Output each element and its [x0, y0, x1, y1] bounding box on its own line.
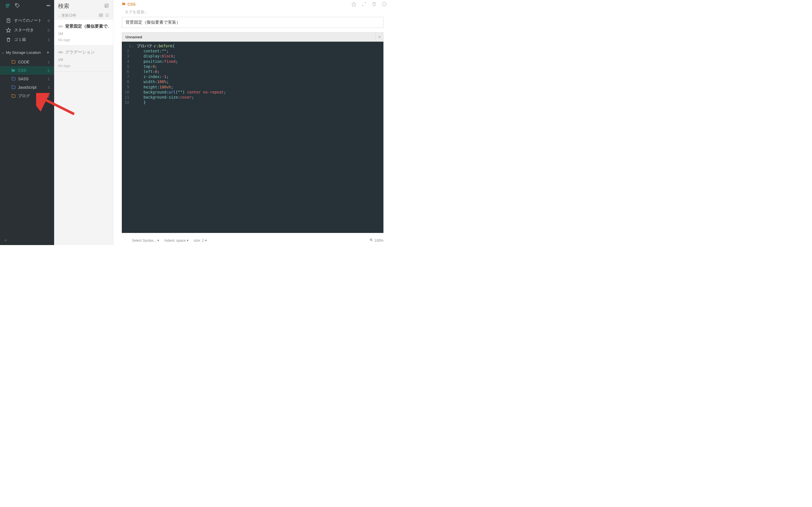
note-time: 1M — [58, 58, 109, 62]
drag-handle-icon[interactable]: ⋮⋮ — [3, 77, 9, 81]
tag-input[interactable]: タグを追加... — [113, 8, 392, 17]
indent-select[interactable]: Indent: space ▾ — [164, 238, 189, 242]
code-lines[interactable]: プロパティ:before{ content:""; display:block;… — [136, 42, 226, 233]
star-icon[interactable] — [351, 2, 356, 7]
sidebar-folder-javascript[interactable]: ⋮⋮JavaScript3 — [0, 83, 54, 92]
more-icon[interactable]: ••• — [46, 3, 50, 8]
folder-icon — [11, 60, 16, 64]
drag-handle-icon[interactable]: ⋮⋮ — [3, 69, 9, 72]
sidebar-top-bar: ••• — [0, 0, 54, 11]
star-icon — [6, 27, 11, 33]
note-card[interactable]: </>グラデーション1MNo tags — [54, 46, 113, 71]
sort-bar: ⌄ 更新日時 — [54, 11, 113, 20]
folder-icon — [11, 76, 16, 81]
note-title: 背景固定（擬似要素で… — [65, 24, 109, 29]
code-icon: </> — [58, 24, 63, 29]
note-time: 1M — [58, 32, 109, 36]
note-list-header: 検索 — [54, 0, 113, 11]
count-badge: 0 — [48, 28, 50, 33]
breadcrumb[interactable]: CSS — [122, 2, 136, 7]
svg-point-3 — [16, 4, 17, 5]
sidebar-item-all-notes[interactable]: すべてのノート 9 — [0, 16, 54, 25]
folder-list: ⋮⋮CODE1⋮⋮CSS2⋮⋮SASS1⋮⋮JavaScript3⋮⋮ブログ2 — [0, 58, 54, 101]
sidebar-item-label: すべてのノート — [14, 18, 42, 23]
sidebar-folder-code[interactable]: ⋮⋮CODE1 — [0, 58, 54, 66]
folder-icon — [122, 2, 126, 7]
drag-handle-icon[interactable]: ⋮⋮ — [3, 60, 9, 64]
count-badge: 1 — [48, 60, 50, 64]
sort-label[interactable]: 更新日時 — [61, 13, 76, 18]
svg-rect-12 — [101, 15, 103, 17]
drag-handle-icon[interactable]: ⋮⋮ — [3, 86, 9, 89]
folder-label: CSS — [18, 68, 45, 73]
svg-rect-10 — [101, 14, 103, 15]
chevron-down-icon: ⌄ — [58, 14, 60, 17]
folder-label: JavaScript — [18, 85, 45, 90]
code-icon: </> — [58, 50, 63, 54]
sidebar-folder-sass[interactable]: ⋮⋮SASS1 — [0, 75, 54, 83]
sidebar-nav: すべてのノート 9 スター付き 0 ゴミ箱 3 — [0, 16, 54, 45]
tag-icon[interactable] — [15, 3, 20, 8]
snippet-tabbar: Unnamed ＋ — [122, 33, 384, 42]
note-tags: No tags — [58, 38, 109, 42]
folder-label: SASS — [18, 76, 45, 81]
expand-icon[interactable] — [361, 2, 366, 7]
drag-handle-icon[interactable]: ⋮⋮ — [3, 94, 9, 98]
svg-line-21 — [372, 240, 373, 241]
breadcrumb-folder: CSS — [128, 2, 136, 6]
svg-marker-7 — [6, 28, 11, 33]
note-title-input[interactable] — [122, 17, 384, 28]
sidebar: ••• すべてのノート 9 スター付き 0 ゴミ箱 3 ⌄ My Storage… — [0, 0, 54, 245]
svg-rect-9 — [99, 14, 101, 15]
storage-label: My Storage Location — [6, 50, 41, 55]
line-gutter: 1▾2 3 4 5 6 7 8 9 10 11 12 — [122, 42, 136, 233]
folder-label: ブログ — [18, 94, 45, 99]
folder-icon — [11, 94, 16, 98]
add-snippet-icon[interactable]: ＋ — [375, 33, 383, 41]
svg-marker-16 — [352, 2, 356, 6]
collapse-sidebar-icon[interactable]: « — [4, 238, 7, 242]
note-tags: No tags — [58, 64, 109, 68]
folder-icon — [11, 85, 16, 90]
count-badge: 2 — [48, 94, 50, 98]
sidebar-item-starred[interactable]: スター付き 0 — [0, 25, 54, 35]
zoom-level[interactable]: 100% — [374, 238, 384, 242]
add-folder-icon[interactable]: ＋ — [46, 50, 51, 55]
sidebar-item-label: ゴミ箱 — [14, 37, 26, 42]
editor-pane: CSS タグを追加... Unnamed ＋ 1▾2 3 4 5 6 7 8 9… — [113, 0, 392, 245]
count-badge: 9 — [48, 18, 50, 23]
svg-rect-11 — [99, 15, 101, 17]
zoom-icon[interactable] — [369, 238, 373, 243]
sidebar-item-trash[interactable]: ゴミ箱 3 — [0, 35, 54, 45]
chevron-down-icon: ⌄ — [2, 51, 4, 54]
storage-header[interactable]: ⌄ My Storage Location ＋ — [0, 45, 54, 58]
note-icon — [6, 18, 11, 23]
menu-icon[interactable] — [5, 3, 11, 8]
search-input[interactable]: 検索 — [58, 2, 69, 10]
sidebar-item-label: スター付き — [14, 27, 34, 33]
count-badge: 1 — [48, 77, 50, 81]
sidebar-folder-ブログ[interactable]: ⋮⋮ブログ2 — [0, 92, 54, 101]
status-bar: Select Syntax... ▾ Indent: space ▾ size:… — [113, 236, 392, 245]
count-badge: 3 — [48, 38, 50, 42]
sidebar-folder-css[interactable]: ⋮⋮CSS2 — [0, 66, 54, 75]
trash-icon — [6, 37, 11, 43]
note-title: グラデーション — [65, 50, 95, 55]
editor-header: CSS — [113, 0, 392, 8]
indent-size-select[interactable]: size: 2 ▾ — [194, 238, 207, 242]
note-card[interactable]: </>背景固定（擬似要素で…1MNo tags — [54, 20, 113, 46]
trash-icon[interactable] — [371, 2, 377, 7]
count-badge: 3 — [48, 86, 50, 90]
snippet-tab[interactable]: Unnamed — [122, 33, 375, 41]
note-list-pane: 検索 ⌄ 更新日時 </>背景固定（擬似要素で…1MNo tags</>グラデー… — [54, 0, 113, 245]
new-note-icon[interactable] — [104, 3, 109, 9]
count-badge: 2 — [48, 68, 50, 73]
folder-label: CODE — [18, 60, 45, 64]
code-editor[interactable]: 1▾2 3 4 5 6 7 8 9 10 11 12 プロパティ:before{… — [122, 42, 384, 233]
info-icon[interactable] — [382, 2, 387, 7]
view-list-icon[interactable] — [105, 13, 109, 18]
syntax-select[interactable]: Select Syntax... ▾ — [132, 238, 159, 242]
view-compact-icon[interactable] — [99, 13, 103, 18]
folder-icon — [11, 68, 16, 73]
